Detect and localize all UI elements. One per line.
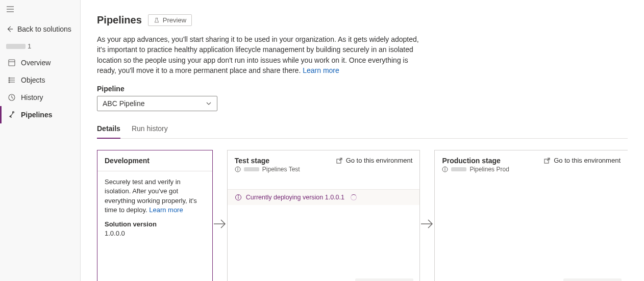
dev-body: Securely test and verify in isolation. A… <box>97 171 212 244</box>
stage-card-production: Production stage Pipelines Prod Go to th… <box>434 150 628 281</box>
tabs: Details Run history <box>97 121 628 139</box>
hamburger-menu-button[interactable] <box>0 0 80 20</box>
go-link-label: Go to this environment <box>554 157 621 164</box>
beaker-icon <box>154 17 160 23</box>
pipelines-icon <box>8 111 16 119</box>
stages-row: Development Securely test and verify in … <box>97 150 628 281</box>
arrow-connector <box>420 150 434 281</box>
redacted-text <box>6 44 26 49</box>
hamburger-icon <box>6 5 14 13</box>
env-name: Pipelines Prod <box>469 166 509 173</box>
stage-header: Development <box>97 150 212 171</box>
page-title: Pipelines <box>97 14 142 26</box>
svg-point-28 <box>445 168 445 168</box>
intro-text: As your app advances, you'll start shari… <box>97 34 424 75</box>
arrow-right-icon <box>213 217 227 231</box>
stage-header: Production stage Pipelines Prod Go to th… <box>435 150 628 178</box>
nav-item-pipelines[interactable]: Pipelines <box>0 106 80 123</box>
deploying-status-bar: Currently deploying version 1.0.0.1 <box>228 189 420 205</box>
stage-title: Development <box>105 157 205 165</box>
overview-icon <box>8 59 16 67</box>
pipeline-field-label: Pipeline <box>97 85 628 93</box>
svg-point-18 <box>237 168 238 168</box>
nav-label: Pipelines <box>21 111 52 119</box>
nav-label: Objects <box>21 76 45 84</box>
deploying-msg: Currently deploying version 1.0.0.1 <box>246 194 344 201</box>
intro-body: As your app advances, you'll start shari… <box>97 35 419 74</box>
objects-icon <box>8 76 16 84</box>
pipeline-selected-value: ABC Pipeline <box>103 99 145 108</box>
info-icon <box>235 194 242 201</box>
stage-sub: Pipelines Test <box>235 166 413 173</box>
solution-suffix: 1 <box>28 42 31 50</box>
tab-details[interactable]: Details <box>97 121 120 139</box>
redacted-text <box>451 167 466 171</box>
nav-label: Overview <box>21 59 51 67</box>
tab-run-history[interactable]: Run history <box>132 121 168 139</box>
redacted-text <box>244 167 259 171</box>
nav-item-history[interactable]: History <box>0 89 80 106</box>
pipeline-dropdown[interactable]: ABC Pipeline <box>97 96 217 111</box>
nav-label: History <box>21 93 43 101</box>
nav-item-objects[interactable]: Objects <box>0 71 80 89</box>
header-row: Pipelines Preview <box>97 14 628 26</box>
solution-version-label: Solution version <box>105 220 205 229</box>
chevron-down-icon <box>206 100 212 107</box>
spinner-icon <box>351 194 357 200</box>
svg-point-23 <box>238 196 238 196</box>
intro-learn-more-link[interactable]: Learn more <box>303 66 339 74</box>
svg-rect-4 <box>9 60 15 66</box>
back-link-label: Back to solutions <box>17 25 71 33</box>
stage-card-test: Test stage Pipelines Test Go to this env… <box>227 150 420 281</box>
preview-badge: Preview <box>148 14 192 26</box>
info-icon <box>442 166 448 172</box>
go-to-environment-link[interactable]: Go to this environment <box>336 157 413 164</box>
main-content: Pipelines Preview As your app advances, … <box>81 0 644 281</box>
history-icon <box>8 93 16 101</box>
dev-learn-more-link[interactable]: Learn more <box>149 206 183 214</box>
solution-version-value: 1.0.0.0 <box>105 229 205 238</box>
back-to-solutions-link[interactable]: Back to solutions <box>0 20 80 38</box>
nav-list: Overview Objects History Pipelines <box>0 54 80 123</box>
external-link-icon <box>336 157 343 164</box>
arrow-left-icon <box>6 25 13 33</box>
nav-item-overview[interactable]: Overview <box>0 54 80 71</box>
go-link-label: Go to this environment <box>346 157 413 164</box>
stage-sub: Pipelines Prod <box>442 166 621 173</box>
go-to-environment-link[interactable]: Go to this environment <box>543 157 621 164</box>
sidebar: Back to solutions 1 Overview Objects His… <box>0 0 81 281</box>
stage-card-development: Development Securely test and verify in … <box>97 150 213 281</box>
svg-point-10 <box>9 80 10 81</box>
stage-header: Test stage Pipelines Test Go to this env… <box>228 150 420 178</box>
deploy-here-button[interactable]: Deploy here <box>355 278 413 281</box>
env-name: Pipelines Test <box>262 166 300 173</box>
arrow-connector <box>213 150 227 281</box>
preview-label: Preview <box>163 16 186 24</box>
svg-point-11 <box>9 82 10 83</box>
info-icon <box>235 166 241 172</box>
external-link-icon <box>543 157 551 164</box>
svg-point-9 <box>9 78 10 79</box>
arrow-right-icon <box>420 217 434 231</box>
deploy-here-button[interactable]: Deploy here <box>563 278 622 281</box>
solution-name-label: 1 <box>0 38 80 54</box>
